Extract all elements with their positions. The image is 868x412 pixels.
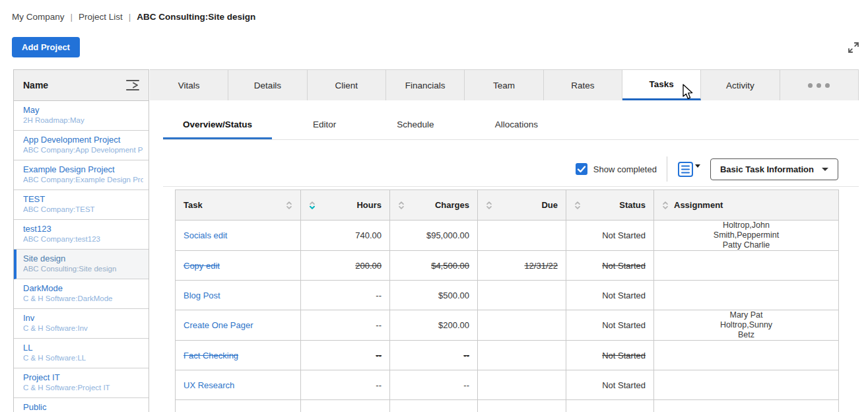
tab-rates[interactable]: Rates (544, 70, 622, 100)
project-title[interactable]: Public (23, 402, 143, 412)
tab-vitals[interactable]: Vitals (150, 70, 228, 100)
project-item-public[interactable]: Public (14, 398, 149, 412)
tab-team[interactable]: Team (465, 70, 543, 100)
charges-cell-value: -- (463, 380, 469, 390)
task-name-cell: Blog Post (176, 281, 301, 310)
column-header-hours[interactable]: Hours (301, 190, 390, 221)
task-link[interactable]: Create One Pager (184, 320, 253, 330)
hours-cell-value: 200.00 (355, 261, 382, 271)
project-item-test[interactable]: TESTABC Company:TEST (14, 190, 149, 220)
project-title[interactable]: Example Design Project (23, 164, 143, 174)
assignment-cell (654, 251, 839, 281)
show-completed-checkbox[interactable] (576, 163, 587, 175)
project-title[interactable]: TEST (23, 194, 143, 204)
column-header-status[interactable]: Status (566, 190, 654, 221)
column-header-assignment[interactable]: Assignment (654, 190, 839, 221)
project-subtitle: ABC Company:Example Design Project (23, 176, 143, 184)
status-cell: Not Started (566, 370, 654, 400)
project-title[interactable]: Site design (23, 254, 143, 263)
status-cell: Not Started (566, 281, 654, 310)
empty-cell (176, 400, 301, 412)
project-title[interactable]: May (23, 105, 143, 115)
project-title[interactable]: LL (23, 343, 143, 353)
subtab-allocations[interactable]: Allocations (475, 111, 558, 139)
charges-cell: $500.00 (390, 281, 478, 310)
list-view-options-button[interactable] (677, 160, 701, 178)
chevron-down-icon (695, 164, 700, 168)
hours-cell-value: -- (376, 380, 382, 390)
project-title[interactable]: App Development Project (23, 135, 143, 145)
task-link[interactable]: Copy edit (184, 261, 220, 271)
hours-cell: -- (301, 310, 390, 341)
expand-panel-icon[interactable] (125, 78, 141, 92)
empty-cell (390, 400, 478, 412)
tab-tasks[interactable]: Tasks (622, 70, 701, 100)
column-label: Task (184, 200, 203, 210)
project-subtitle: ABC Company:App Development Project (23, 146, 143, 154)
breadcrumb-my-company[interactable]: My Company (12, 12, 65, 22)
due-cell (478, 281, 566, 310)
tab-activity[interactable]: Activity (701, 70, 780, 100)
tab-financials[interactable]: Financials (386, 70, 465, 100)
subtab-overview-status[interactable]: Overview/Status (163, 111, 272, 139)
project-item-app-development-project[interactable]: App Development ProjectABC Company:App D… (14, 131, 149, 160)
project-subtitle: C & H Software:Inv (23, 324, 143, 332)
subtab-schedule[interactable]: Schedule (377, 111, 453, 139)
project-subtitle: ABC Company:TEST (23, 205, 143, 213)
project-title[interactable]: DarkMode (23, 283, 143, 293)
charges-cell: -- (390, 341, 478, 370)
project-subtitle: 2H Roadmap:May (23, 116, 143, 124)
column-header-due[interactable]: Due (478, 190, 566, 221)
due-cell (478, 310, 566, 341)
task-name-cell: Copy edit (176, 251, 301, 281)
expand-resize-icon[interactable] (847, 41, 860, 54)
project-item-test123[interactable]: test123ABC Company:test123 (14, 220, 149, 250)
project-item-ll[interactable]: LLC & H Software:LL (14, 339, 149, 368)
column-label: Charges (435, 200, 469, 210)
checkmark-icon (576, 163, 587, 175)
project-item-project-it[interactable]: Project ITC & H Software:Project IT (14, 368, 149, 398)
project-title[interactable]: Inv (23, 313, 143, 323)
tab-more[interactable] (780, 70, 859, 100)
empty-cell (566, 400, 654, 412)
project-item-inv[interactable]: InvC & H Software:Inv (14, 309, 149, 339)
subtab-editor[interactable]: Editor (293, 111, 356, 139)
project-subtitle: C & H Software:Project IT (23, 384, 143, 392)
breadcrumb-project-list[interactable]: Project List (79, 12, 123, 22)
task-row-ux-research: UX Research----Not Started (176, 370, 839, 400)
sort-icon (309, 200, 316, 211)
add-project-button[interactable]: Add Project (12, 37, 80, 57)
task-link[interactable]: UX Research (184, 380, 234, 390)
sidebar-header-label: Name (23, 80, 48, 90)
hours-cell: -- (301, 281, 390, 310)
breadcrumb-current-project: ABC Consulting:Site design (137, 12, 255, 22)
tab-client[interactable]: Client (308, 70, 386, 100)
chevron-down-icon (822, 168, 828, 171)
column-header-charges[interactable]: Charges (390, 190, 478, 221)
column-header-task[interactable]: Task (176, 190, 301, 221)
charges-cell-value: $200.00 (438, 320, 469, 330)
project-item-example-design-project[interactable]: Example Design ProjectABC Company:Exampl… (14, 160, 149, 190)
task-link[interactable]: Blog Post (184, 291, 220, 300)
task-link[interactable]: Fact Checking (184, 351, 238, 360)
due-cell (478, 370, 566, 400)
due-cell (478, 221, 566, 251)
column-label: Assignment (674, 200, 723, 210)
project-item-may[interactable]: May2H Roadmap:May (14, 101, 149, 131)
charges-cell-value: $95,000.00 (426, 230, 469, 240)
content-divider (163, 186, 859, 187)
hours-cell: -- (301, 370, 390, 400)
project-title[interactable]: test123 (23, 224, 143, 234)
status-cell-value: Not Started (602, 291, 646, 300)
sort-icon (662, 200, 669, 211)
view-selector-dropdown[interactable]: Basic Task Information (710, 158, 838, 180)
project-title[interactable]: Project IT (23, 372, 143, 382)
assignment-cell (654, 370, 839, 400)
task-link[interactable]: Socials edit (184, 230, 227, 240)
project-item-site-design[interactable]: Site designABC Consulting:Site design (14, 250, 149, 279)
project-item-darkmode[interactable]: DarkModeC & H Software:DarkMode (14, 279, 149, 309)
charges-cell-value: -- (463, 351, 469, 360)
project-subtitle: ABC Company:test123 (23, 235, 143, 243)
tab-details[interactable]: Details (228, 70, 307, 100)
task-row-blog-post: Blog Post--$500.00Not Started (176, 281, 839, 310)
